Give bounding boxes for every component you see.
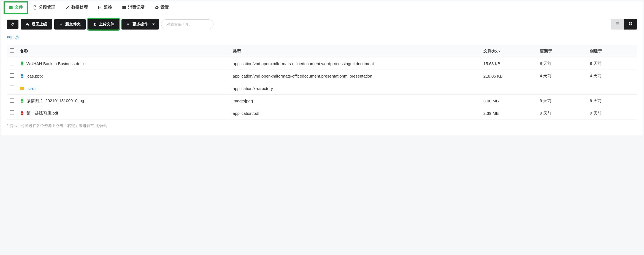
more-actions-button[interactable]: 更多操作 [121, 19, 159, 30]
refresh-icon [11, 22, 15, 26]
view-toggle [611, 19, 637, 30]
tab-label: 数据处理 [71, 5, 88, 10]
breadcrumb: 根目录 [1, 34, 643, 45]
back-icon [26, 22, 29, 26]
table-row[interactable]: icas.pptx application/vnd.openxmlformats… [7, 70, 637, 82]
tab-document[interactable]: 分段管理 [28, 1, 60, 14]
hint-text: * 提示：可通过在各个资源上点击「右键」来进行常用操作。 [1, 119, 643, 135]
file-name: 第一讲练习册.pdf [26, 111, 58, 116]
folder-icon [20, 86, 24, 91]
gear-icon [155, 5, 159, 10]
grid-icon [628, 22, 633, 26]
table-row[interactable]: tst-dir application/x-directory [7, 82, 637, 95]
file-updated [537, 82, 587, 95]
file-size: 3.00 MB [481, 95, 537, 107]
new-folder-button[interactable]: 新文件夹 [54, 19, 86, 30]
svg-rect-1 [21, 76, 23, 77]
table-row[interactable]: 第一讲练习册.pdf application/pdf 2.39 MB 9 天前 … [7, 107, 637, 119]
new-folder-label: 新文件夹 [65, 22, 81, 27]
file-size: 2.39 MB [481, 107, 537, 119]
file-name: WUHAN Back in Business.docx [26, 61, 85, 66]
file-type: application/vnd.openxmlformats-officedoc… [230, 70, 481, 82]
file-icon [20, 61, 24, 66]
upload-button[interactable]: 上传文件 [88, 19, 119, 30]
file-icon [20, 98, 24, 103]
search-input[interactable] [161, 19, 213, 29]
file-name: icas.pptx [26, 74, 43, 78]
file-name: 微信图片_20210118100910.jpg [26, 98, 84, 103]
file-size: 218.05 KB [481, 70, 537, 82]
tab-label: 监控 [104, 5, 112, 10]
main-tabs: 文件分段管理数据处理监控消费记录设置 [1, 1, 643, 14]
row-checkbox[interactable] [10, 110, 14, 115]
col-checkbox [7, 45, 17, 57]
file-icon [20, 111, 24, 116]
file-updated: 9 天前 [537, 57, 587, 70]
tab-edit[interactable]: 数据处理 [60, 1, 93, 14]
col-size-header[interactable]: 文件大小 [481, 45, 537, 57]
tab-folder[interactable]: 文件 [4, 1, 28, 14]
col-name-header[interactable]: 名称 [17, 45, 230, 57]
col-updated-header[interactable]: 更新于 [537, 45, 587, 57]
tab-label: 设置 [161, 5, 169, 10]
file-icon [20, 73, 24, 78]
tab-label: 消费记录 [128, 5, 145, 10]
tab-label: 分段管理 [39, 5, 55, 10]
file-table: 名称 类型 文件大小 更新于 创建于 WUHAN Back in Busines… [7, 45, 637, 119]
table-row[interactable]: 微信图片_20210118100910.jpg image/jpeg 3.00 … [7, 95, 637, 107]
file-updated: 9 天前 [537, 107, 587, 119]
upload-label: 上传文件 [99, 22, 114, 27]
row-checkbox[interactable] [10, 73, 14, 78]
file-created: 9 天前 [587, 95, 637, 107]
file-created: 9 天前 [587, 57, 637, 70]
col-type-header[interactable]: 类型 [230, 45, 481, 57]
file-created: 4 天前 [587, 70, 637, 82]
file-updated: 9 天前 [537, 95, 587, 107]
svg-rect-2 [21, 101, 23, 102]
tab-card[interactable]: 消费记录 [117, 1, 150, 14]
view-grid-button[interactable] [624, 19, 637, 30]
row-checkbox[interactable] [10, 98, 14, 103]
list-icon [615, 22, 619, 26]
view-list-button[interactable] [611, 19, 624, 30]
file-type: image/jpeg [230, 95, 481, 107]
upload-icon [93, 22, 97, 26]
row-checkbox[interactable] [10, 61, 14, 65]
col-created-header[interactable]: 创建于 [587, 45, 637, 57]
card-icon [122, 5, 126, 10]
file-created [587, 82, 637, 95]
file-type: application/x-directory [230, 82, 481, 95]
svg-rect-3 [21, 113, 23, 114]
chart-icon [98, 5, 102, 10]
more-label: 更多操作 [132, 22, 148, 27]
file-name-link[interactable]: tst-dir [26, 86, 37, 91]
file-size: 15.63 KB [481, 57, 537, 70]
file-updated: 4 天前 [537, 70, 587, 82]
edit-icon [65, 5, 70, 10]
back-button[interactable]: 返回上级 [21, 19, 52, 30]
file-created: 9 天前 [587, 107, 637, 119]
row-checkbox[interactable] [10, 86, 14, 90]
select-all-checkbox[interactable] [10, 48, 14, 53]
file-type: application/vnd.openxmlformats-officedoc… [230, 57, 481, 70]
plus-icon [59, 22, 63, 26]
back-label: 返回上级 [32, 22, 47, 27]
svg-rect-0 [21, 64, 23, 64]
tab-label: 文件 [15, 5, 23, 10]
table-row[interactable]: WUHAN Back in Business.docx application/… [7, 57, 637, 70]
document-icon [33, 5, 37, 10]
toolbar: 返回上级 新文件夹 上传文件 更多操作 [1, 14, 643, 34]
file-type: application/pdf [230, 107, 481, 119]
tab-gear[interactable]: 设置 [150, 1, 174, 14]
tab-chart[interactable]: 监控 [93, 1, 117, 14]
refresh-button[interactable] [7, 20, 18, 29]
folder-icon [9, 5, 13, 10]
grip-icon [126, 22, 130, 26]
breadcrumb-root[interactable]: 根目录 [7, 35, 19, 40]
file-size [481, 82, 537, 95]
